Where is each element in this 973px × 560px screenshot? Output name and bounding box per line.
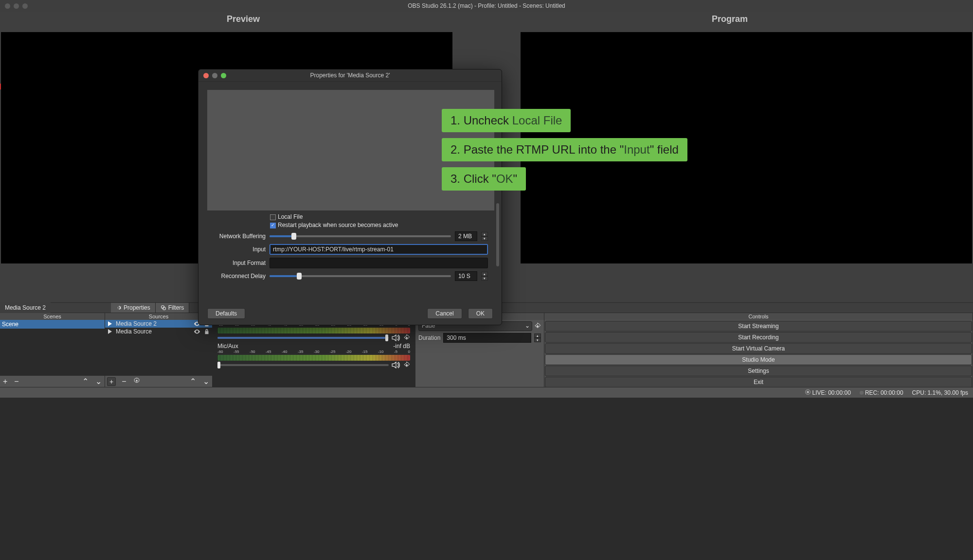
exit-button[interactable]: Exit bbox=[545, 377, 972, 387]
sources-list[interactable]: Media Source 2 Media Source bbox=[105, 320, 212, 376]
filters-icon bbox=[161, 305, 166, 311]
move-source-down-button[interactable]: ⌄ bbox=[202, 377, 210, 386]
maximize-icon[interactable] bbox=[221, 73, 226, 78]
move-scene-down-button[interactable]: ⌄ bbox=[94, 377, 103, 386]
gear-icon bbox=[133, 377, 140, 384]
properties-button[interactable]: Properties bbox=[111, 303, 156, 313]
duration-spinners[interactable]: ▴▾ bbox=[534, 333, 541, 342]
input-label: Input bbox=[207, 246, 266, 253]
scenes-header: Scenes bbox=[0, 313, 105, 320]
reconnect-delay-slider[interactable] bbox=[270, 275, 451, 277]
visibility-icon[interactable] bbox=[194, 328, 200, 335]
window-traffic-lights[interactable] bbox=[0, 3, 28, 9]
input-format-field[interactable] bbox=[270, 258, 488, 268]
preview-label: Preview bbox=[0, 14, 486, 24]
cancel-button[interactable]: Cancel bbox=[427, 308, 462, 319]
minimize-icon[interactable] bbox=[212, 73, 217, 78]
close-icon[interactable] bbox=[203, 73, 209, 78]
play-icon bbox=[107, 329, 113, 334]
source-item[interactable]: Media Source bbox=[105, 328, 212, 335]
gear-icon[interactable] bbox=[534, 323, 541, 330]
source-settings-button[interactable] bbox=[132, 377, 141, 386]
dialog-titlebar[interactable]: Properties for 'Media Source 2' bbox=[198, 70, 502, 82]
settings-button[interactable]: Settings bbox=[545, 366, 972, 376]
input-format-label: Input Format bbox=[207, 260, 266, 266]
chevron-down-icon: ▾ bbox=[534, 338, 541, 342]
scrollbar[interactable] bbox=[496, 203, 499, 266]
buffering-spinners[interactable]: ▴▾ bbox=[481, 232, 488, 241]
svg-point-4 bbox=[406, 364, 408, 366]
move-source-up-button[interactable]: ⌃ bbox=[189, 377, 197, 386]
network-buffering-value[interactable]: 2 MB bbox=[455, 231, 477, 241]
preview-source-toolbar: Media Source 2 bbox=[0, 302, 51, 313]
add-scene-button[interactable]: + bbox=[2, 377, 8, 386]
sources-footer: + − ⌃ ⌄ bbox=[105, 376, 212, 387]
gear-icon bbox=[116, 305, 122, 311]
move-scene-up-button[interactable]: ⌃ bbox=[81, 377, 90, 386]
duration-label: Duration bbox=[418, 334, 440, 341]
audio-meter bbox=[217, 328, 410, 333]
cpu-status: CPU: 1.1%, 30.00 fps bbox=[912, 389, 968, 396]
annotation-step-2: 2. Paste the RTMP URL into the "Input" f… bbox=[442, 138, 687, 161]
source-item[interactable]: Media Source 2 bbox=[105, 320, 212, 328]
gear-icon[interactable] bbox=[403, 334, 410, 341]
network-buffering-slider[interactable] bbox=[270, 235, 451, 237]
svg-point-5 bbox=[537, 325, 539, 327]
remove-source-button[interactable]: − bbox=[121, 377, 127, 386]
reconnect-delay-value[interactable]: 10 S bbox=[455, 271, 477, 281]
gear-icon[interactable] bbox=[403, 362, 410, 368]
start-recording-button[interactable]: Start Recording bbox=[545, 332, 972, 343]
duration-input[interactable]: 300 ms bbox=[443, 333, 531, 343]
program-label: Program bbox=[486, 14, 973, 24]
start-virtual-camera-button[interactable]: Start Virtual Camera bbox=[545, 343, 972, 354]
status-bar: LIVE: 00:00:00 REC: 00:00:00 CPU: 1.1%, … bbox=[0, 387, 973, 398]
scenes-list[interactable]: Scene bbox=[0, 320, 105, 376]
mute-icon[interactable] bbox=[392, 334, 400, 341]
defaults-button[interactable]: Defaults bbox=[207, 308, 245, 319]
remove-scene-button[interactable]: − bbox=[13, 377, 19, 386]
svg-point-2 bbox=[136, 380, 138, 382]
annotation-step-1: 1. Uncheck Local File bbox=[442, 109, 571, 132]
local-file-checkbox[interactable]: Local File bbox=[270, 213, 488, 220]
start-streaming-button[interactable]: Start Streaming bbox=[545, 321, 972, 332]
scenes-panel: Scenes Scene + − ⌃ ⌄ bbox=[0, 313, 105, 387]
mixer-track: Mic/Aux-inf dB -60-55-50-45-40-35-30-25-… bbox=[217, 343, 410, 368]
input-field[interactable] bbox=[270, 244, 488, 255]
svg-point-3 bbox=[406, 337, 408, 339]
scene-item[interactable]: Scene bbox=[0, 320, 105, 329]
lock-icon[interactable] bbox=[203, 328, 210, 335]
preview-marker bbox=[0, 84, 1, 89]
chevron-up-icon: ▴ bbox=[481, 272, 488, 276]
volume-slider[interactable] bbox=[217, 364, 389, 366]
sources-header: Sources bbox=[105, 313, 212, 320]
chevron-up-icon: ▴ bbox=[534, 333, 541, 338]
rec-icon bbox=[860, 391, 864, 395]
add-source-button[interactable]: + bbox=[107, 377, 116, 386]
reconnect-delay-label: Reconnect Delay bbox=[207, 273, 266, 280]
maximize-icon[interactable] bbox=[22, 3, 28, 9]
sources-panel: Sources Media Source 2 Media Source + bbox=[105, 313, 213, 387]
chevron-down-icon: ▾ bbox=[481, 276, 488, 280]
mute-icon[interactable] bbox=[392, 362, 400, 368]
network-buffering-label: Network Buffering bbox=[207, 233, 266, 240]
minimize-icon[interactable] bbox=[14, 3, 19, 9]
live-icon bbox=[805, 389, 811, 395]
restart-playback-checkbox[interactable]: Restart playback when source becomes act… bbox=[270, 222, 488, 228]
controls-header: Controls bbox=[544, 313, 973, 320]
annotation-step-3: 3. Click "OK" bbox=[442, 167, 526, 191]
window-title: OBS Studio 26.1.2 (mac) - Profile: Untit… bbox=[408, 2, 565, 9]
close-icon[interactable] bbox=[5, 3, 10, 9]
properties-dialog: Properties for 'Media Source 2' Local Fi… bbox=[198, 69, 502, 325]
audio-meter bbox=[217, 355, 410, 361]
controls-panel: Controls Start Streaming Start Recording… bbox=[544, 313, 973, 387]
studio-mode-button[interactable]: Studio Mode bbox=[545, 354, 972, 365]
ok-button[interactable]: OK bbox=[468, 308, 493, 319]
live-status: LIVE: 00:00:00 bbox=[812, 389, 850, 396]
main-window-titlebar: OBS Studio 26.1.2 (mac) - Profile: Untit… bbox=[0, 0, 973, 12]
chevron-down-icon: ▾ bbox=[481, 236, 488, 241]
reconnect-spinners[interactable]: ▴▾ bbox=[481, 272, 488, 280]
play-icon bbox=[107, 321, 113, 327]
volume-slider[interactable] bbox=[217, 337, 389, 339]
scenes-footer: + − ⌃ ⌄ bbox=[0, 376, 105, 387]
filters-button[interactable]: Filters bbox=[156, 303, 190, 313]
